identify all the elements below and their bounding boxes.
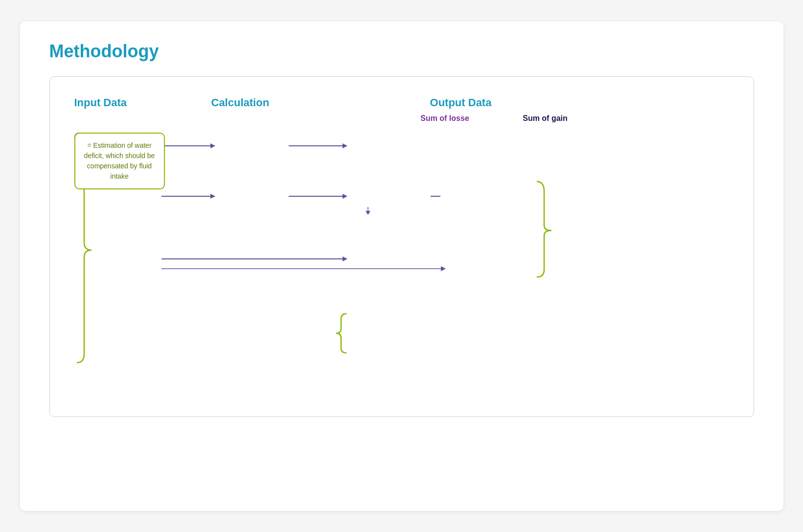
header-input: Input Data	[74, 96, 172, 109]
page-container: Methodology Input Data Calculation Outpu…	[20, 22, 783, 511]
svg-marker-10	[366, 211, 370, 215]
diagram-svg	[74, 133, 729, 392]
svg-marker-3	[343, 143, 347, 148]
sub-header-loss: Sum of losse	[402, 114, 488, 123]
header-output: Output Data	[363, 96, 559, 109]
header-calc: Calculation	[211, 96, 299, 109]
svg-marker-5	[210, 194, 215, 199]
svg-marker-14	[441, 266, 446, 271]
diagram-container: Input Data Calculation Output Data Sum o…	[49, 76, 754, 417]
result-box: = Estimation of water deficit, which sho…	[74, 133, 165, 189]
sub-header-gain: Sum of gain	[503, 114, 588, 123]
diagram-area: Weight + Height Weight + Activity Age + …	[74, 133, 729, 392]
svg-marker-7	[343, 194, 347, 199]
svg-marker-12	[343, 256, 347, 261]
page-title: Methodology	[49, 41, 754, 62]
svg-marker-1	[210, 143, 215, 148]
